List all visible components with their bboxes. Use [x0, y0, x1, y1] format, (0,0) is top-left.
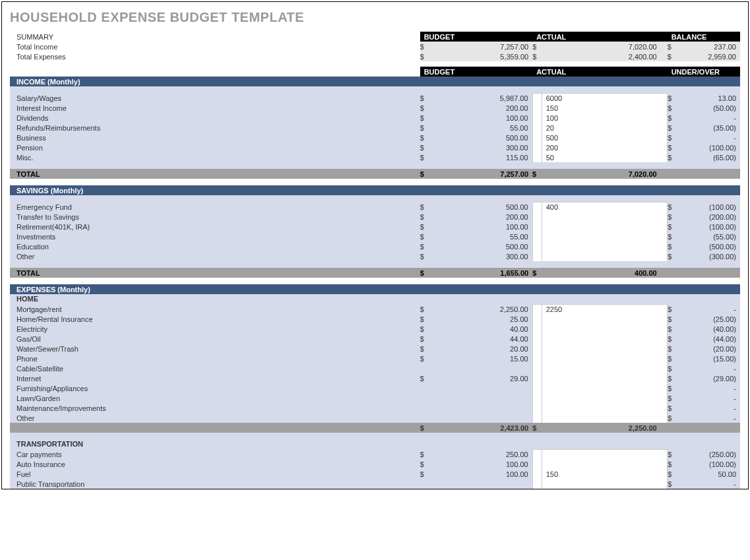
actual-input[interactable]: 20 [542, 123, 668, 133]
actual-input[interactable] [542, 354, 668, 363]
actual-input[interactable]: 150 [542, 103, 668, 113]
income-section: INCOME (Monthly) Salary/Wages$5,987.0060… [10, 77, 740, 179]
actual-input-sym[interactable] [532, 202, 542, 212]
currency-symbol: $ [420, 344, 429, 354]
actual-input-sym[interactable] [532, 251, 542, 261]
budget-value[interactable]: 55.00 [429, 232, 532, 241]
under-over-value: 55.00 [677, 232, 740, 241]
actual-input-sym[interactable] [532, 344, 542, 354]
actual-input[interactable] [542, 459, 668, 469]
actual-input-sym[interactable] [532, 212, 542, 222]
actual-input[interactable]: 500 [542, 133, 668, 142]
budget-value[interactable]: 300.00 [429, 251, 532, 261]
actual-input[interactable]: 2250 [542, 304, 668, 314]
actual-input[interactable] [542, 393, 668, 403]
actual-input-sym[interactable] [532, 334, 542, 344]
actual-input-sym[interactable] [532, 113, 542, 123]
budget-value[interactable]: 44.00 [429, 334, 532, 344]
actual-input-sym[interactable] [532, 123, 542, 133]
budget-value[interactable]: 55.00 [429, 123, 532, 133]
actual-input[interactable] [542, 232, 668, 241]
budget-value[interactable]: 29.00 [429, 373, 532, 383]
actual-input[interactable] [542, 413, 668, 423]
budget-value[interactable]: 100.00 [429, 459, 532, 469]
actual-input[interactable]: 100 [542, 113, 668, 123]
actual-input[interactable] [542, 314, 668, 324]
budget-value[interactable]: 500.00 [429, 202, 532, 212]
budget-value[interactable]: 200.00 [429, 212, 532, 222]
budget-value[interactable]: 2,250.00 [429, 304, 532, 314]
actual-input[interactable]: 400 [542, 202, 668, 212]
actual-input[interactable] [542, 324, 668, 334]
actual-input[interactable] [542, 334, 668, 344]
actual-input[interactable] [542, 383, 668, 393]
actual-input[interactable] [542, 373, 668, 383]
budget-value[interactable]: 25.00 [429, 314, 532, 324]
actual-input[interactable] [542, 479, 668, 489]
actual-input-sym[interactable] [532, 142, 542, 152]
actual-input-sym[interactable] [532, 469, 542, 479]
budget-value[interactable] [429, 479, 532, 489]
actual-input[interactable]: 50 [542, 152, 668, 162]
actual-input[interactable] [542, 363, 668, 373]
actual-input[interactable] [542, 222, 668, 232]
actual-input-sym[interactable] [532, 133, 542, 142]
budget-value[interactable] [429, 383, 532, 393]
actual-input-sym[interactable] [532, 304, 542, 314]
actual-input-sym[interactable] [532, 449, 542, 459]
currency-symbol: $ [420, 123, 429, 133]
budget-value[interactable]: 200.00 [429, 103, 532, 113]
line-item-label: Electricity [10, 324, 420, 334]
budget-value[interactable] [429, 393, 532, 403]
actual-input-sym[interactable] [532, 354, 542, 363]
line-item-row: Pension$300.00200$100.00 [10, 142, 740, 152]
actual-input[interactable] [542, 251, 668, 261]
hdr-budget: BUDGET [420, 32, 532, 42]
expenses-section: EXPENSES (Monthly) HOME Mortgage/rent$2,… [10, 284, 740, 489]
budget-value[interactable]: 500.00 [429, 133, 532, 142]
actual-input[interactable] [542, 403, 668, 413]
actual-input-sym[interactable] [532, 152, 542, 162]
budget-value[interactable]: 250.00 [429, 449, 532, 459]
actual-input-sym[interactable] [532, 222, 542, 232]
budget-value[interactable] [429, 403, 532, 413]
actual-input[interactable] [542, 212, 668, 222]
under-over-value: - [677, 393, 740, 403]
budget-value[interactable]: 5,987.00 [429, 93, 532, 103]
actual-input[interactable]: 6000 [542, 93, 668, 103]
actual-input-sym[interactable] [532, 479, 542, 489]
actual-input-sym[interactable] [532, 324, 542, 334]
budget-value[interactable] [429, 413, 532, 423]
budget-value[interactable]: 115.00 [429, 152, 532, 162]
budget-value[interactable]: 100.00 [429, 222, 532, 232]
actual-input-sym[interactable] [532, 103, 542, 113]
budget-value[interactable]: 100.00 [429, 469, 532, 479]
budget-value[interactable] [429, 363, 532, 373]
actual-input-sym[interactable] [532, 383, 542, 393]
actual-input-sym[interactable] [532, 232, 542, 241]
actual-input-sym[interactable] [532, 363, 542, 373]
budget-value[interactable]: 40.00 [429, 324, 532, 334]
actual-input-sym[interactable] [532, 314, 542, 324]
budget-value[interactable]: 300.00 [429, 142, 532, 152]
actual-input[interactable]: 200 [542, 142, 668, 152]
actual-input[interactable] [542, 449, 668, 459]
budget-value[interactable]: 500.00 [429, 241, 532, 251]
actual-input-sym[interactable] [532, 373, 542, 383]
budget-value[interactable]: 15.00 [429, 354, 532, 363]
actual-input-sym[interactable] [532, 403, 542, 413]
line-item-row: Lawn/Garden$- [10, 393, 740, 403]
actual-input-sym[interactable] [532, 241, 542, 251]
actual-input-sym[interactable] [532, 393, 542, 403]
actual-input[interactable] [542, 241, 668, 251]
budget-value[interactable]: 20.00 [429, 344, 532, 354]
actual-input-sym[interactable] [532, 93, 542, 103]
actual-input-sym[interactable] [532, 413, 542, 423]
currency-symbol: $ [668, 383, 677, 393]
currency-symbol: $ [668, 251, 677, 261]
actual-input-sym[interactable] [532, 459, 542, 469]
actual-input[interactable] [542, 344, 668, 354]
line-item-label: Furnishing/Appliances [10, 383, 420, 393]
budget-value[interactable]: 100.00 [429, 113, 532, 123]
actual-input[interactable]: 150 [542, 469, 668, 479]
